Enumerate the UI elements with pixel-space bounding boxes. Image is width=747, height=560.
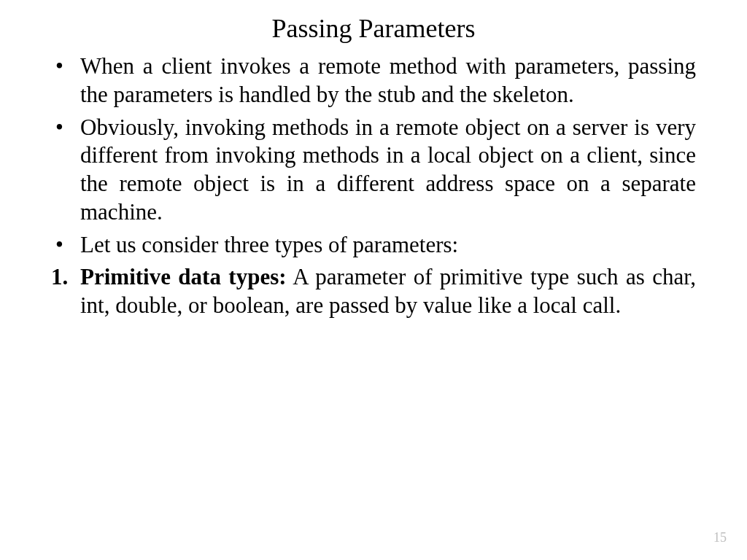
bullet-item: Obviously, invoking methods in a remote … — [80, 114, 696, 227]
bullet-item: Let us consider three types of parameter… — [80, 231, 696, 260]
slide: Passing Parameters When a client invokes… — [0, 0, 747, 560]
numbered-item: Primitive data types: A parameter of pri… — [80, 263, 696, 320]
page-number: 15 — [713, 530, 727, 545]
slide-title: Passing Parameters — [29, 13, 718, 44]
bullet-item: When a client invokes a remote method wi… — [80, 52, 696, 109]
bullet-list: When a client invokes a remote method wi… — [29, 52, 718, 259]
numbered-list: Primitive data types: A parameter of pri… — [29, 263, 718, 320]
numbered-lead: Primitive data types: — [80, 264, 287, 289]
